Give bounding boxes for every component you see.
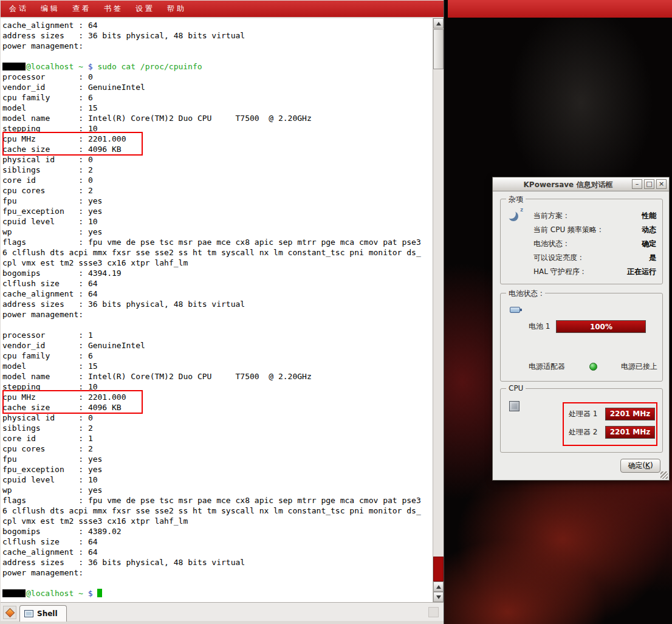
terminal-line: stepping : 10 [2,123,431,134]
desktop-background: KPowersave 信息对话框 – □ × 杂项 z 当前方案 :性能当前 C… [444,0,672,624]
terminal-line: cpu family : 6 [2,92,431,103]
battery-label: 电池 1 [529,321,550,332]
prompt-host: @localhost ~ [26,62,83,71]
terminal-line: model : 15 [2,361,431,371]
battery-row: 电池 1 100% [529,320,646,333]
terminal-line: core id : 0 [2,175,431,185]
typed-command: sudo cat /proc/cpuinfo [97,62,202,71]
menu-item[interactable]: 帮助 [161,4,193,14]
terminal-line: model : 15 [2,103,431,113]
info-row: 电池状态 :确定 [533,237,656,251]
adapter-status: 电源已接上 [621,362,657,372]
power-plugged-indicator [589,363,597,371]
prompt-host: @localhost ~ [26,589,83,598]
close-button[interactable]: × [656,179,667,189]
terminal-line: processor : 0 [2,72,431,82]
terminal-line: processor : 1 [2,330,431,340]
terminal-line: fpu : yes [2,196,431,206]
minimize-button[interactable]: – [632,179,642,189]
scroll-up-button-bottom[interactable] [433,581,444,592]
terminal-line: vendor_id : GenuineIntel [2,82,431,92]
terminal-line: fpu_exception : yes [2,206,431,216]
dialog-title: KPowersave 信息对话框 [511,180,625,190]
terminal-line: cache size : 4096 KB [2,144,431,154]
redacted-username [2,589,26,597]
terminal-line: address sizes : 36 bits physical, 48 bit… [2,557,431,567]
tab-label: Shell [37,609,58,618]
terminal-line: cpu family : 6 [2,351,431,361]
battery-icon [510,307,520,313]
terminal-line: 6 clflush dts acpi mmx fxsr sse sse2 ss … [2,247,431,258]
ok-button[interactable]: 确定(K) [620,459,660,473]
scrollbar-thumb[interactable] [433,29,444,69]
info-row: 当前方案 :性能 [533,209,656,223]
terminal-line: flags : fpu vme de pse tsc msr pae mce c… [2,237,431,247]
terminal-line: bogomips : 4389.02 [2,526,431,537]
processor-frequency-bar: 2201 MHz [605,426,655,439]
resize-grip[interactable] [660,471,668,479]
terminal-line: physical id : 0 [2,413,431,423]
terminal-line: clflush size : 64 [2,537,431,547]
menu-item[interactable]: 设置 [129,4,161,14]
menu-item[interactable]: 查看 [66,4,98,14]
shell-monitor-icon [24,610,33,617]
background-window-titlebar [448,0,672,18]
processor-frequency-bar: 2201 MHz [605,408,655,420]
terminal-output[interactable]: cache_alignment : 64address sizes : 36 b… [2,20,431,600]
terminal-area: cache_alignment : 64address sizes : 36 b… [1,18,433,602]
maximize-button[interactable]: □ [644,179,654,189]
terminal-line: model name : Intel(R) Core(TM)2 Duo CPU … [2,371,431,382]
terminal-line: model name : Intel(R) Core(TM)2 Duo CPU … [2,113,431,123]
battery-progress-bar: 100% [556,320,646,333]
adapter-row: 电源适配器 电源已接上 [529,362,657,372]
terminal-line: fpu : yes [2,454,431,464]
tab-list-button[interactable] [428,607,439,617]
scroll-down-button[interactable] [433,592,444,602]
terminal-scrollbar[interactable] [433,18,444,602]
terminal-line [2,320,431,330]
info-row: 可以设定亮度 :是 [533,251,656,265]
dialog-titlebar[interactable]: KPowersave 信息对话框 – □ × [493,177,669,191]
terminal-line: siblings : 2 [2,165,431,175]
processor-row: 处理器 12201 MHz [569,405,655,423]
terminal-window: 会话编辑查看书签设置帮助 cache_alignment : 64address… [0,0,444,624]
terminal-line: cache size : 4096 KB [2,402,431,413]
info-value: 动态 [642,225,656,235]
info-label: 电池状态 : [533,239,567,249]
arrow-up-icon [436,585,441,589]
battery-group-label: 电池状态 : [506,289,545,299]
battery-group: 电池状态 : 电池 1 100% 电源适配器 电源已接上 [500,293,663,382]
sleep-moon-icon: z [509,208,524,222]
terminal-line: cpu cores : 2 [2,444,431,454]
prompt-symbol: $ [83,589,97,598]
terminal-line: clflush size : 64 [2,278,431,289]
terminal-line: cpuid level : 10 [2,475,431,485]
terminal-line: cpu cores : 2 [2,185,431,196]
processor-frequency-value: 2201 MHz [610,410,651,418]
new-session-button[interactable] [3,606,16,619]
misc-group-label: 杂项 [506,194,526,205]
menu-item[interactable]: 书签 [98,4,129,14]
info-label: 当前方案 : [533,211,567,221]
tab-bar: Shell [1,602,444,621]
terminal-line: siblings : 2 [2,423,431,433]
terminal-line: 6 clflush dts acpi mmx fxsr sse sse2 ss … [2,506,431,516]
processor-label: 处理器 1 [569,409,600,419]
scroll-up-button[interactable] [433,18,444,29]
menu-item[interactable]: 会话 [3,4,35,14]
menu-bar: 会话编辑查看书签设置帮助 [1,1,444,17]
ok-label-key: K [645,461,650,470]
terminal-line: stepping : 10 [2,382,431,392]
terminal-line: cache_alignment : 64 [2,547,431,557]
kpowersave-dialog: KPowersave 信息对话框 – □ × 杂项 z 当前方案 :性能当前 C… [492,177,670,481]
screen: 会话编辑查看书签设置帮助 cache_alignment : 64address… [0,0,672,624]
window-buttons: – □ × [632,179,667,189]
menu-item[interactable]: 编辑 [35,4,66,14]
terminal-line: power management: [2,309,431,320]
terminal-line: cpl vmx est tm2 ssse3 cx16 xtpr lahf_lm [2,258,431,268]
tab-shell[interactable]: Shell [19,605,67,622]
ok-label-pre: 确定( [628,461,645,470]
terminal-line: cpu MHz : 2201.000 [2,134,431,144]
info-row: 当前 CPU 频率策略 :动态 [533,223,656,237]
terminal-prompt-line: @localhost ~ $ sudo cat /proc/cpuinfo [2,61,431,72]
